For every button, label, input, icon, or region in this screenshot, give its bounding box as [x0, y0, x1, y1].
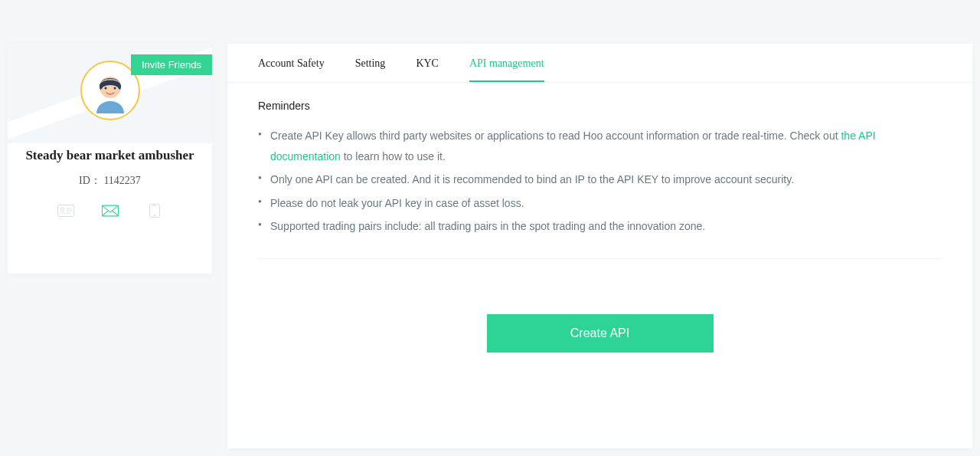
create-api-button[interactable]: Create API	[487, 314, 714, 353]
svg-point-2	[104, 87, 106, 90]
reminder-text: to learn how to use it.	[344, 150, 446, 162]
profile-id: ID： 1142237	[8, 174, 212, 188]
reminder-item: Supported trading pairs include: all tra…	[258, 216, 942, 237]
profile-id-value: 1142237	[103, 175, 140, 186]
svg-point-3	[113, 87, 116, 90]
reminder-text: Create API Key allows third party websit…	[270, 130, 841, 142]
phone-icon[interactable]	[146, 205, 163, 217]
tab-kyc[interactable]: KYC	[416, 44, 439, 82]
svg-point-1	[100, 77, 121, 98]
tab-api-management[interactable]: API management	[469, 44, 544, 82]
settings-tabs: Account Safety Setting KYC API managemen…	[227, 44, 972, 83]
profile-username: Steady bear market ambusher	[8, 148, 212, 163]
tab-setting[interactable]: Setting	[355, 44, 386, 82]
reminders-list: Create API Key allows third party websit…	[258, 126, 942, 259]
reminder-item: Only one API can be created. And it is r…	[258, 169, 942, 190]
id-card-icon[interactable]	[57, 205, 74, 217]
svg-point-12	[154, 215, 155, 216]
api-management-content: Reminders Create API Key allows third pa…	[227, 83, 972, 353]
main-panel: Account Safety Setting KYC API managemen…	[227, 44, 972, 448]
svg-rect-10	[149, 205, 159, 218]
avatar-icon	[87, 67, 133, 113]
reminder-item: Create API Key allows third party websit…	[258, 126, 942, 166]
tab-account-safety[interactable]: Account Safety	[258, 44, 325, 82]
create-api-section: Create API	[258, 314, 942, 353]
reminders-heading: Reminders	[258, 100, 942, 112]
reminder-item: Please do not leak your API key in case …	[258, 193, 942, 214]
profile-card: Invite Friends Steady bear market ambush…	[8, 44, 212, 274]
mail-icon[interactable]	[102, 205, 119, 217]
svg-point-5	[60, 208, 64, 211]
invite-friends-button[interactable]: Invite Friends	[131, 54, 212, 75]
profile-action-icons	[8, 205, 212, 217]
profile-id-label: ID：	[79, 175, 101, 186]
